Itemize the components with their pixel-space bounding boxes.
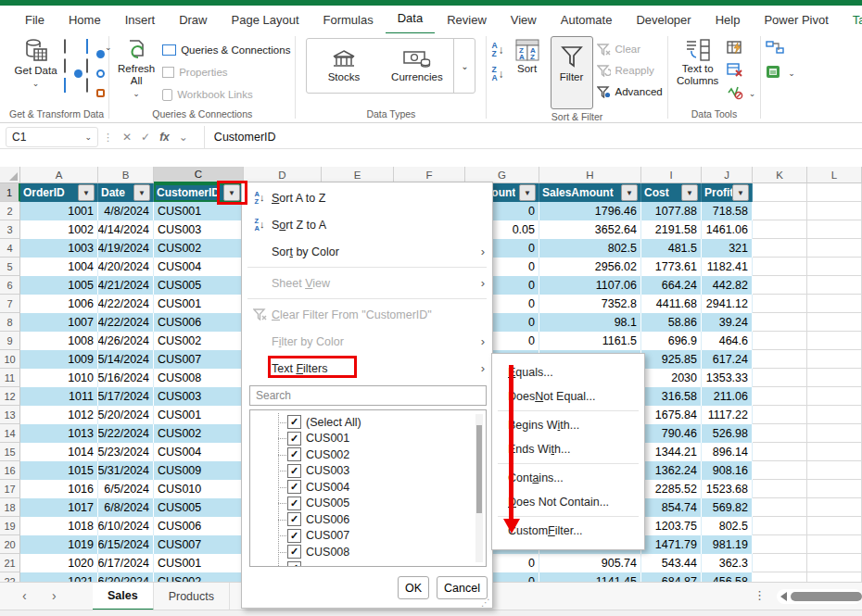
- advanced-filter-button[interactable]: Advanced: [597, 83, 663, 100]
- cancel-entry-icon[interactable]: ✕: [118, 131, 136, 144]
- row-header-12[interactable]: 12: [0, 387, 20, 406]
- ribbon-tab-developer[interactable]: Developer: [624, 6, 703, 33]
- scrollbar-thumb[interactable]: [791, 592, 862, 601]
- cell[interactable]: CUS010: [154, 480, 244, 498]
- cell[interactable]: 4/26/2024: [98, 332, 154, 350]
- row-header-3[interactable]: 3: [0, 220, 20, 239]
- ribbon-tab-insert[interactable]: Insert: [113, 6, 168, 33]
- cell[interactable]: 3652.64: [539, 220, 641, 239]
- empty-cell[interactable]: [807, 295, 862, 313]
- from-picture-icon[interactable]: ⌄: [86, 40, 102, 56]
- menu-item-filter-by-color[interactable]: Filter by Color›: [242, 328, 492, 355]
- cell[interactable]: CUS001: [154, 554, 244, 572]
- sort-za-button[interactable]: ZA↓: [491, 66, 503, 82]
- get-data-button[interactable]: Get Data ⌄: [12, 36, 60, 88]
- row-header-10[interactable]: 10: [0, 350, 20, 369]
- cell[interactable]: 4/19/2024: [98, 239, 154, 258]
- empty-cell[interactable]: [807, 424, 862, 443]
- cell[interactable]: 1107.06: [539, 276, 641, 295]
- list-scrollbar-thumb[interactable]: [476, 425, 482, 513]
- row-header-20[interactable]: 20: [0, 535, 20, 554]
- table-header-cell[interactable]: Profit▼: [702, 183, 753, 202]
- cell[interactable]: 4/22/2024: [98, 313, 154, 332]
- cell[interactable]: 617.24: [702, 350, 753, 369]
- table-header-cell[interactable]: SalesAmount▼: [539, 183, 641, 202]
- checkbox-checked-icon[interactable]: ✓: [287, 464, 301, 478]
- data-types-more-button[interactable]: ⌄: [453, 39, 475, 93]
- row-header-18[interactable]: 18: [0, 498, 20, 517]
- ribbon-tab-data[interactable]: Data: [386, 5, 435, 35]
- checklist-item[interactable]: ✓CUS004: [250, 479, 486, 496]
- checkbox-checked-icon[interactable]: ✓: [287, 545, 301, 559]
- cell[interactable]: CUS007: [154, 535, 244, 554]
- cell[interactable]: 2191.58: [641, 220, 702, 239]
- cell[interactable]: 1003: [20, 239, 98, 258]
- row-header-16[interactable]: 16: [0, 461, 20, 480]
- filter-dropdown-button[interactable]: ▼: [732, 184, 749, 201]
- row-header-19[interactable]: 19: [0, 517, 20, 535]
- checklist-item[interactable]: ✓: [250, 560, 486, 568]
- cell[interactable]: 362.3: [702, 554, 753, 572]
- manage-data-model-icon[interactable]: [766, 65, 781, 81]
- checklist-item[interactable]: ✓CUS002: [250, 446, 486, 463]
- row-header-15[interactable]: 15: [0, 443, 20, 461]
- row-header-17[interactable]: 17: [0, 480, 20, 498]
- empty-cell[interactable]: [753, 369, 807, 387]
- empty-cell[interactable]: [753, 424, 807, 443]
- horizontal-scrollbar[interactable]: [777, 589, 862, 604]
- cell[interactable]: 1006: [20, 295, 98, 313]
- empty-cell[interactable]: [753, 517, 807, 535]
- recent-sources-icon[interactable]: [86, 59, 102, 75]
- filter-dropdown-button[interactable]: ▼: [133, 184, 150, 201]
- empty-cell[interactable]: [753, 202, 807, 220]
- empty-cell[interactable]: [807, 350, 862, 369]
- insert-function-icon[interactable]: fx: [155, 131, 174, 144]
- empty-cell[interactable]: [807, 202, 862, 220]
- text-to-columns-button[interactable]: Text to Columns: [673, 36, 723, 87]
- cell[interactable]: 4/21/2024: [98, 276, 154, 295]
- cell[interactable]: 4411.68: [641, 295, 702, 313]
- checklist-item[interactable]: ✓(Select All): [250, 414, 486, 431]
- empty-cell[interactable]: [807, 554, 862, 572]
- cell[interactable]: 1005: [20, 276, 98, 295]
- cell[interactable]: 316.58: [641, 387, 702, 406]
- list-scrollbar[interactable]: [475, 414, 483, 562]
- existing-connections-icon[interactable]: [86, 79, 102, 94]
- cell[interactable]: 481.5: [641, 239, 702, 258]
- cell[interactable]: 2941.12: [702, 295, 753, 313]
- relationships-icon[interactable]: [766, 41, 781, 57]
- cell[interactable]: 39.24: [702, 313, 753, 332]
- empty-cell[interactable]: [753, 535, 807, 554]
- row-header-22[interactable]: 22: [0, 572, 20, 582]
- cell[interactable]: 5/17/2024: [98, 387, 154, 406]
- empty-cell[interactable]: [807, 535, 862, 554]
- cell[interactable]: 1141.45: [539, 572, 641, 582]
- filter-dropdown-button[interactable]: ▼: [681, 184, 698, 201]
- cell[interactable]: 925.85: [641, 350, 702, 369]
- cell[interactable]: 6/17/2024: [98, 554, 154, 572]
- ribbon-tab-home[interactable]: Home: [57, 6, 113, 33]
- cell[interactable]: 6/8/2024: [98, 498, 154, 517]
- cell[interactable]: 4/8/2024: [98, 202, 154, 220]
- row-header-13[interactable]: 13: [0, 406, 20, 424]
- cell[interactable]: 1013: [20, 424, 98, 443]
- cell[interactable]: 5/23/2024: [98, 443, 154, 461]
- empty-cell[interactable]: [807, 258, 862, 276]
- cell[interactable]: 1773.61: [641, 258, 702, 276]
- column-header-L[interactable]: L: [807, 167, 862, 183]
- row-header-1[interactable]: 1: [0, 183, 20, 202]
- cell[interactable]: 696.9: [641, 332, 702, 350]
- checklist-item[interactable]: ✓CUS003: [250, 463, 486, 480]
- empty-cell[interactable]: [807, 498, 862, 517]
- empty-cell[interactable]: [753, 498, 807, 517]
- cell[interactable]: 718.58: [702, 202, 753, 220]
- cell[interactable]: CUS004: [154, 258, 244, 276]
- cell[interactable]: 1012: [20, 406, 98, 424]
- row-header-9[interactable]: 9: [0, 332, 20, 350]
- cell[interactable]: 321: [702, 239, 753, 258]
- menu-item-sort-z-to-a[interactable]: ZA↓Sort Z to A: [242, 211, 492, 238]
- cell[interactable]: 1007: [20, 313, 98, 332]
- checkbox-checked-icon[interactable]: ✓: [287, 497, 301, 510]
- cell[interactable]: 1471.79: [641, 535, 702, 554]
- cell[interactable]: 1014: [20, 443, 98, 461]
